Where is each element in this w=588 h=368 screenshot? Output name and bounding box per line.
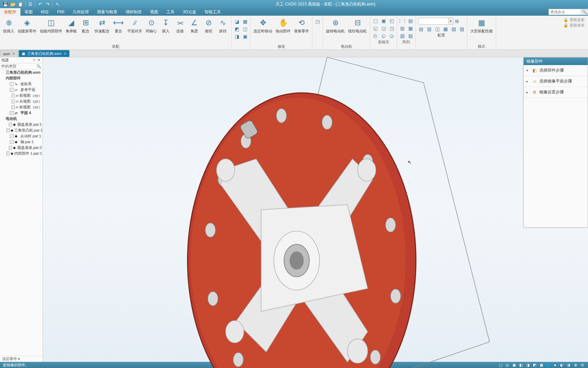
checkbox-icon[interactable]: ✓ — [12, 94, 15, 97]
tree-node[interactable]: 电动机 — [0, 116, 43, 122]
checkbox-icon[interactable]: ✓ — [10, 111, 14, 115]
ribbon-平面对齐[interactable]: ⫽平面对齐 — [126, 16, 144, 34]
tree-filter-icon[interactable]: ▽ — [32, 58, 36, 62]
qat-save-icon[interactable]: 💾 — [3, 1, 8, 7]
qat-open-icon[interactable]: 📂 — [10, 1, 16, 7]
ribbon-同轴心[interactable]: ⊙同轴心 — [144, 16, 159, 34]
command-search-input[interactable] — [549, 9, 581, 15]
menu-3D云盘[interactable]: 3D云盘 — [179, 8, 200, 16]
tree-close-icon[interactable]: ✕ — [36, 58, 41, 62]
ribbon-拖动部件[interactable]: ✋拖动部件 — [274, 16, 292, 34]
tree-node[interactable]: ✓▱右视图（yz） — [0, 98, 43, 104]
ribbon-按插入[interactable]: ⊕按插入 — [1, 16, 16, 34]
menu-装配件[interactable]: 装配件 — [0, 8, 20, 16]
mirror-step-row[interactable]: ▾◧选择部件步骤 — [524, 65, 588, 76]
small-tool-icon[interactable]: ◩ — [233, 25, 241, 33]
config-combo[interactable]: ▾⊞ — [419, 18, 464, 25]
ribbon-插入[interactable]: ↧插入 — [159, 16, 173, 34]
small-tool-icon[interactable]: ▣ — [241, 33, 249, 40]
small-tool-icon[interactable]: ◰ — [388, 17, 395, 25]
qat-redo-icon[interactable]: ↷ — [45, 1, 50, 7]
checkbox-icon[interactable]: ✓ — [6, 152, 10, 155]
ribbon-旋转电动机[interactable]: ⊛旋转电动机 — [324, 16, 346, 34]
ribbon-角度[interactable]: ∠角度 — [187, 16, 201, 34]
menu-工具[interactable]: 工具 — [162, 8, 179, 16]
ribbon-创建新零件[interactable]: ◈创建新零件 — [16, 16, 38, 34]
ribbon-配合[interactable]: ⊞配合 — [79, 16, 93, 34]
ribbon-大型装配性能[interactable]: ▦大型装配性能 — [469, 16, 494, 34]
close-icon[interactable]: ✕ — [12, 52, 15, 56]
mirror-step-row[interactable]: ▸⚙镜像设置步骤 — [524, 87, 588, 98]
tree-node[interactable]: ✓◆轴.par:1 — [0, 139, 43, 145]
doc-tab[interactable]: asm✕ — [0, 50, 18, 57]
checkbox-icon[interactable]: ✓ — [10, 134, 14, 138]
tree-node[interactable]: 三角形凸轮机构.asm — [0, 70, 43, 75]
search-icon[interactable]: 🔍 — [581, 9, 588, 15]
tree-bottom-bar[interactable]: 顶层零件 ▾ — [0, 356, 43, 362]
tree-node[interactable]: ✓▱参考平面 — [0, 87, 43, 93]
ribbon-相切[interactable]: ⊘相切 — [201, 16, 216, 34]
checkbox-icon[interactable]: ✓ — [9, 146, 12, 150]
ribbon-创建内部部件[interactable]: ◫创建内部部件 — [38, 16, 64, 34]
menu-几何处理[interactable]: 几何处理 — [68, 8, 93, 16]
tree-node[interactable]: ✓◆圆盘基座.par:1 — [0, 122, 43, 127]
checkbox-icon[interactable]: ✓ — [10, 82, 14, 86]
mirror-step-row[interactable]: ▸▱选择镜像平面步骤 — [524, 76, 588, 87]
tree-node[interactable]: ✓◆内部部件 1.par:1 — [0, 151, 43, 156]
ribbon-连接[interactable]: ⫘连接 — [173, 16, 187, 34]
qat-undo-icon[interactable]: ↶ — [37, 1, 43, 7]
ribbon-路径[interactable]: ∿路径 — [216, 16, 230, 34]
doc-tab[interactable]: ▣三角形凸轮机构.asm✕ — [19, 50, 69, 57]
checkbox-icon[interactable]: ✓ — [6, 128, 10, 132]
small-tool-icon[interactable]: ▤ — [417, 25, 425, 33]
checkbox-icon[interactable]: ✓ — [12, 99, 15, 103]
menu-增材制造[interactable]: 增材制造 — [121, 8, 146, 16]
ribbon-角撑板[interactable]: ◢角撑板 — [64, 16, 79, 34]
small-tool-icon[interactable]: ◲ — [380, 25, 387, 32]
checkbox-icon[interactable]: ✓ — [10, 140, 14, 144]
small-tool-icon[interactable]: ◳ — [388, 25, 395, 32]
tree-node[interactable]: ✓▱前视图（xy） — [0, 93, 43, 98]
checkbox-icon[interactable]: ✓ — [9, 123, 12, 126]
tree-node[interactable]: ✓↳坐标系 — [0, 81, 43, 87]
small-tool-icon[interactable]: ◶ — [388, 32, 395, 40]
small-tool-icon[interactable]: ◪ — [233, 18, 241, 25]
checkbox-icon[interactable]: ✓ — [12, 105, 15, 109]
ribbon-替换零件[interactable]: ⟲替换零件 — [292, 16, 311, 34]
tree-node[interactable]: ✓◆三角形凸轮.par:1 — [0, 127, 43, 133]
small-tool-icon[interactable]: ▦ — [241, 18, 249, 25]
small-tool-icon[interactable]: ⊞ — [453, 17, 461, 25]
small-tool-icon[interactable]: ◵ — [380, 32, 387, 40]
small-tool-icon[interactable]: ◫ — [241, 25, 249, 33]
small-tool-icon[interactable]: ▧ — [398, 32, 406, 40]
small-tool-icon[interactable]: ▨ — [407, 32, 414, 40]
menu-草图[interactable]: 草图 — [20, 8, 37, 16]
qat-list-icon[interactable]: ☰ — [28, 1, 33, 7]
small-tool-icon[interactable]: ▦ — [442, 25, 449, 33]
small-tool-icon[interactable]: ▨ — [458, 25, 466, 33]
close-icon[interactable]: ✕ — [64, 52, 66, 56]
menu-PMI[interactable]: PMI — [53, 8, 68, 16]
menu-特征[interactable]: 特征 — [37, 8, 53, 16]
checkbox-icon[interactable]: ✓ — [10, 88, 14, 92]
small-tool-icon[interactable]: ◨ — [233, 33, 241, 40]
small-tool-icon[interactable]: ▢ — [372, 17, 379, 25]
qat-cursor-icon[interactable]: ↖ — [55, 1, 60, 7]
ribbon-重合[interactable]: ⟷重合 — [111, 16, 126, 34]
tree-node[interactable]: ✓◆从动杆.par:1 — [0, 133, 43, 139]
tree-node[interactable]: 内部部件 — [0, 75, 43, 81]
small-tool-icon[interactable]: ◴ — [372, 32, 379, 40]
small-tool-icon[interactable]: ▥ — [425, 25, 433, 33]
qat-copy-icon[interactable]: 📋 — [18, 1, 23, 7]
small-tool-icon[interactable]: ▦ — [407, 25, 414, 32]
menu-视图[interactable]: 视图 — [146, 8, 162, 16]
tree-node[interactable]: ✓◆圆盘基座.par:2 — [0, 145, 43, 151]
small-tool-icon[interactable]: ▥ — [398, 25, 406, 32]
small-tool-icon[interactable]: ▤ — [407, 17, 414, 25]
viewport-3d[interactable]: ↖ 新迪 镜像部件 ▾◧选择部件步骤▸▱选择镜像平面步骤▸⚙镜像设置步骤 — [43, 57, 588, 362]
ribbon-快速配合[interactable]: ⇄快速配合 — [93, 16, 111, 34]
small-tool-icon[interactable]: ⋮⋮ — [398, 17, 406, 25]
small-tool-icon[interactable]: ◫ — [434, 25, 441, 33]
small-tool-icon[interactable]: ▣ — [380, 17, 387, 25]
small-tool-icon[interactable]: ▧ — [450, 25, 457, 33]
